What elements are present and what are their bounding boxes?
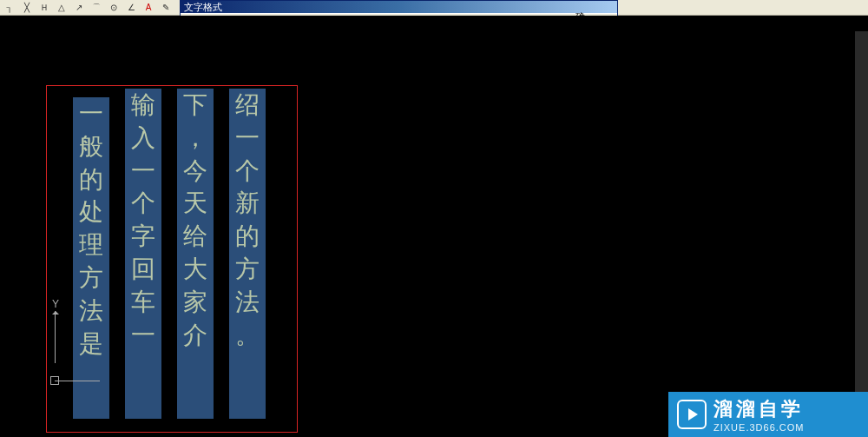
cjk-char: 一: [131, 319, 155, 352]
tool-icon[interactable]: A: [141, 1, 156, 15]
cjk-char: 今: [183, 155, 207, 188]
axis-x-arrow: [55, 381, 100, 381]
vertical-text-col-1[interactable]: 一般的处理方法是: [73, 97, 109, 419]
cjk-char: 绍: [235, 89, 260, 122]
tool-icon[interactable]: Ｈ: [36, 1, 52, 15]
cjk-char: 般: [79, 130, 103, 163]
cjk-char: 一: [79, 97, 103, 130]
cjk-char: 法: [79, 295, 103, 328]
watermark: 溜溜自学 ZIXUE.3D66.COM: [668, 392, 868, 437]
tool-icon[interactable]: ∠: [123, 1, 139, 15]
cjk-char: 。: [235, 319, 260, 352]
cjk-char: 天: [183, 187, 207, 220]
tool-icon[interactable]: △: [54, 1, 69, 15]
cjk-char: 是: [79, 328, 103, 361]
axis-y-arrow: [55, 311, 56, 363]
cjk-char: 个: [235, 155, 260, 188]
cjk-char: 入: [131, 122, 155, 155]
cjk-char: 一: [131, 155, 155, 188]
cjk-char: 新: [235, 187, 260, 220]
cjk-char: 处: [79, 195, 103, 228]
tool-icon[interactable]: ↗: [71, 1, 87, 15]
cjk-char: 个: [131, 187, 155, 220]
tool-icon[interactable]: ⌒: [89, 1, 104, 15]
axis-origin-icon: [50, 376, 59, 385]
cjk-char: 字: [131, 220, 155, 253]
cjk-char: 方: [235, 253, 260, 286]
drawing-canvas[interactable]: 一般的处理方法是 输入一个字回车一 下，今天给大家介 绍一个新的方法。 Y 溜溜…: [0, 16, 868, 437]
cjk-char: 家: [183, 286, 207, 319]
cjk-char: 介: [183, 319, 207, 352]
tool-icon[interactable]: ╳: [19, 1, 35, 15]
cjk-char: 法: [235, 286, 260, 319]
cjk-char: ，: [183, 122, 207, 155]
cjk-char: 方: [79, 262, 103, 295]
watermark-title: 溜溜自学: [713, 396, 804, 422]
watermark-url: ZIXUE.3D66.COM: [713, 422, 804, 433]
cjk-char: 大: [183, 253, 207, 286]
cjk-char: 下: [183, 89, 207, 122]
cjk-char: 的: [235, 220, 260, 253]
tool-icon[interactable]: ┐: [2, 1, 17, 15]
cjk-char: 车: [131, 286, 155, 319]
cjk-char: 给: [183, 220, 207, 253]
cjk-char: 输: [131, 89, 155, 122]
panel-title: 文字格式: [181, 1, 617, 13]
tool-icon[interactable]: ⊙: [106, 1, 122, 15]
scrollbar-vertical[interactable]: [855, 31, 868, 405]
cjk-char: 理: [79, 228, 103, 262]
vertical-text-col-4[interactable]: 绍一个新的方法。: [229, 89, 266, 419]
tool-icon[interactable]: ✎: [158, 1, 174, 15]
cjk-char: 一: [235, 122, 260, 155]
cjk-char: 回: [131, 253, 155, 286]
vertical-text-col-2[interactable]: 输入一个字回车一: [125, 89, 161, 419]
play-icon: [677, 400, 707, 429]
vertical-text-col-3[interactable]: 下，今天给大家介: [177, 89, 214, 419]
cjk-char: 的: [79, 163, 103, 196]
